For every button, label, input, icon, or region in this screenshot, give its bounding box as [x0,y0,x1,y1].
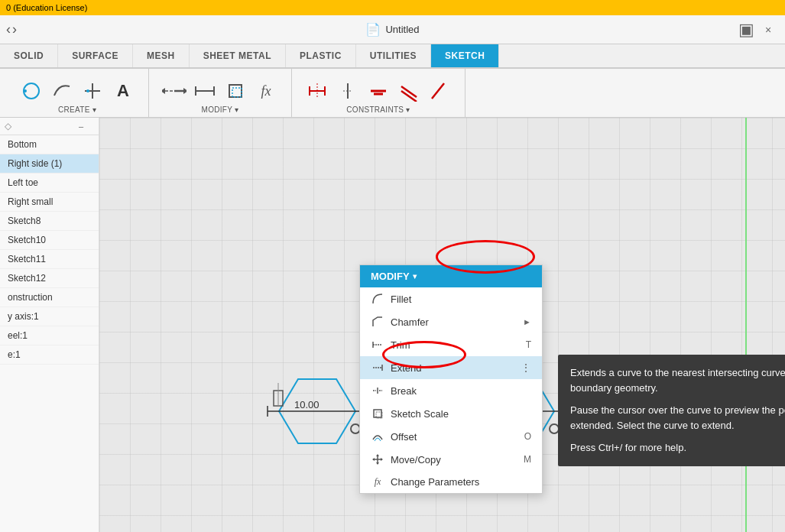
dropdown-item-offset[interactable]: Offset O [360,425,542,448]
forward-button[interactable]: › [12,21,17,37]
back-button[interactable]: ‹ [6,21,11,37]
svg-marker-52 [376,454,379,456]
constraints-group: CONSTRAINTS ▾ [292,69,465,117]
window-close-button[interactable]: × [761,22,776,37]
extend-options-dots[interactable]: ⋮ [521,362,531,374]
main-area: ◇ – Bottom Right side (1) Left toe Right… [0,118,785,532]
3d-view-icon[interactable]: ▣ [738,20,754,40]
svg-point-4 [86,89,89,92]
sketch-scale-icon [371,407,384,420]
sidebar-item-sketch8[interactable]: Sketch8 [0,212,99,231]
scale-tool-button[interactable] [222,78,248,104]
chamfer-icon [371,316,384,328]
constraint1-button[interactable] [304,78,330,104]
sidebar-item-sketch12[interactable]: Sketch12 [0,269,99,288]
tooltip-line2: Pause the cursor over the curve to previ… [570,403,785,433]
create-group: A CREATE ▾ [6,69,149,117]
sidebar-item-sketch11[interactable]: Sketch11 [0,250,99,269]
create-label[interactable]: CREATE ▾ [58,105,96,114]
nav-buttons: ‹ › [0,15,23,44]
svg-point-1 [24,89,27,92]
fx-tool-button[interactable]: fx [253,78,279,104]
tooltip-box: Extends a curve to the nearest intersect… [558,355,785,466]
tab-plastic[interactable]: PLASTIC [286,44,356,67]
tab-utilities[interactable]: UTILITIES [356,44,431,67]
search-icon: ◇ [5,121,11,131]
extend-tool-button[interactable] [192,78,218,104]
trim-tool-button[interactable] [161,78,187,104]
sidebar-item-eel[interactable]: eel:1 [0,326,99,345]
constraints-icons [304,78,453,104]
sidebar-item-left-toe[interactable]: Left toe [0,174,99,193]
dropdown-item-sketch-scale[interactable]: Sketch Scale [360,402,542,425]
extend-icon [371,362,384,374]
svg-rect-48 [374,410,381,417]
window-title-area: 📄 Untitled [365,22,419,37]
constraints-label[interactable]: CONSTRAINTS ▾ [346,105,410,114]
window-title-text: Untitled [385,24,419,35]
sidebar-search: ◇ – [0,118,99,135]
search-input[interactable] [15,122,76,131]
sidebar-item-e[interactable]: e:1 [0,345,99,365]
tab-sheet-metal[interactable]: SHEET METAL [190,44,286,67]
constraint2-button[interactable] [335,78,361,104]
title-bar-text: 0 (Education License) [6,3,87,12]
dropdown-item-extend[interactable]: Extend ⋮ [360,356,542,379]
modify-group: fx MODIFY ▾ [149,69,292,117]
chamfer-label: Chamfer [391,316,429,328]
constraint5-button[interactable] [427,78,453,104]
dropdown-item-chamfer[interactable]: Chamfer ► [360,310,542,333]
tab-sketch[interactable]: SKETCH [431,44,499,67]
svg-marker-55 [381,458,383,461]
window-chrome: ‹ › 📄 Untitled × ▣ [0,15,785,44]
constraint3-button[interactable] [365,78,391,104]
canvas-area[interactable]: 10.00 10.00 50 MODIFY ▾ [99,118,785,532]
fillet-label: Fillet [391,294,411,305]
curve-tool-button[interactable] [49,78,75,104]
sidebar-item-right-small[interactable]: Right small [0,193,99,212]
dropdown-item-change-params[interactable]: fx Change Parameters [360,471,542,493]
point-tool-button[interactable] [79,78,105,104]
break-label: Break [391,385,417,397]
tab-solid[interactable]: SOLID [0,44,58,67]
trim-label: Trim [391,339,410,351]
dropdown-item-move-copy[interactable]: Move/Copy M [360,448,542,471]
dropdown-arrow: ▾ [413,272,417,281]
offset-label: Offset [391,431,417,443]
sidebar-item-y-axis[interactable]: y axis:1 [0,307,99,326]
svg-text:10.00: 10.00 [294,399,320,410]
tab-surface[interactable]: SURFACE [58,44,133,67]
create-icons: A [18,78,136,104]
dropdown-item-trim[interactable]: Trim T [360,333,542,356]
green-guide-line [745,118,747,532]
svg-marker-54 [372,458,375,461]
sketch-scale-label: Sketch Scale [391,408,449,420]
modify-label[interactable]: MODIFY ▾ [202,105,239,114]
trim-icon [371,339,384,351]
break-icon [371,384,384,397]
dropdown-item-break[interactable]: Break [360,379,542,402]
svg-line-24 [432,83,444,99]
tab-mesh[interactable]: MESH [133,44,190,67]
sidebar-item-construction[interactable]: onstruction [0,288,99,307]
sidebar-item-bottom[interactable]: Bottom [0,135,99,154]
svg-rect-12 [229,85,242,97]
tooltip-line1: Extends a curve to the nearest intersect… [570,365,785,395]
svg-marker-53 [376,462,379,465]
circle-tool-button[interactable] [18,78,44,104]
left-sidebar: ◇ – Bottom Right side (1) Left toe Right… [0,118,99,532]
dropdown-header[interactable]: MODIFY ▾ [360,265,542,287]
sidebar-item-right-side-1[interactable]: Right side (1) [0,154,99,174]
dropdown-header-label: MODIFY [371,271,410,282]
dropdown-item-fillet[interactable]: Fillet [360,287,542,310]
collapse-icon[interactable]: – [79,122,83,131]
trim-key: T [526,339,531,350]
title-bar: 0 (Education License) [0,0,785,15]
constraint4-button[interactable] [396,78,422,104]
document-icon: 📄 [365,22,381,37]
dropdown-menu: MODIFY ▾ Fillet Chamfer [359,264,543,494]
text-tool-button[interactable]: A [110,78,136,104]
sidebar-item-sketch10[interactable]: Sketch10 [0,231,99,250]
toolbar-tabs: SOLID SURFACE MESH SHEET METAL PLASTIC U… [0,44,785,69]
tooltip-line3: Press Ctrl+/ for more help. [570,440,785,456]
